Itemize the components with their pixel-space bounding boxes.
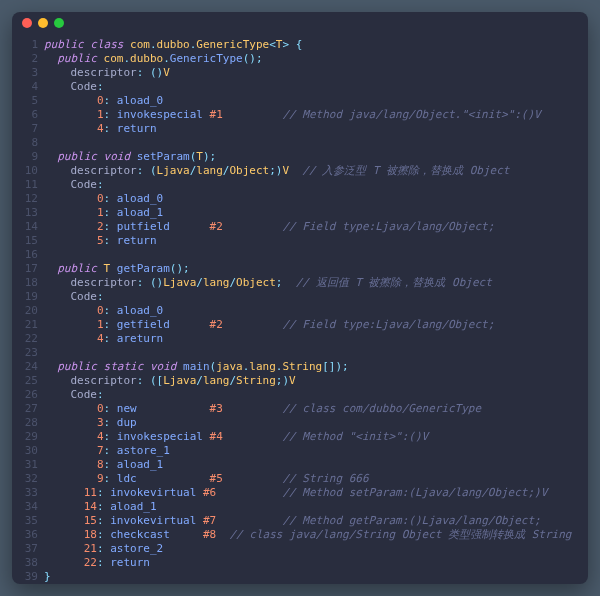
line-number: 2 xyxy=(12,52,38,66)
code-line: 4: invokespecial #4 // Method "<init>":(… xyxy=(44,430,588,444)
token: / xyxy=(229,374,236,388)
token: : ( xyxy=(137,164,157,178)
code-area[interactable]: public class com.dubbo.GenericType<T> { … xyxy=(44,38,588,584)
token: Object xyxy=(236,276,276,290)
close-icon[interactable] xyxy=(22,18,32,28)
token: descriptor xyxy=(71,164,137,178)
token: aload_0 xyxy=(117,192,163,206)
token: invokevirtual xyxy=(110,486,203,500)
token: . xyxy=(243,360,250,374)
token: 1 xyxy=(97,206,104,220)
token: : xyxy=(97,80,104,94)
line-number: 18 xyxy=(12,276,38,290)
comment: // Method getParam:()Ljava/lang/Object; xyxy=(282,514,540,528)
token: Ljava xyxy=(163,276,196,290)
titlebar xyxy=(12,12,588,34)
token: aload_1 xyxy=(110,500,156,514)
token: . xyxy=(150,38,157,52)
token: (); xyxy=(243,52,263,66)
token: : xyxy=(104,192,117,206)
token: : xyxy=(97,388,104,402)
line-number: 8 xyxy=(12,136,38,150)
token: #8 xyxy=(203,528,216,542)
token: V xyxy=(282,164,289,178)
token: 14 xyxy=(84,500,97,514)
token: lang xyxy=(196,164,223,178)
token: T xyxy=(104,262,117,276)
token: : xyxy=(104,234,117,248)
code-line: 14: aload_1 xyxy=(44,500,588,514)
token: static xyxy=(104,360,150,374)
code-line: 21: astore_2 xyxy=(44,542,588,556)
code-line: 4: return xyxy=(44,122,588,136)
code-line: 4: areturn xyxy=(44,332,588,346)
token: : xyxy=(97,556,110,570)
code-line: 7: astore_1 xyxy=(44,444,588,458)
line-number: 5 xyxy=(12,94,38,108)
code-line: Code: xyxy=(44,290,588,304)
code-line: 2: putfield #2 // Field type:Ljava/lang/… xyxy=(44,220,588,234)
token: 21 xyxy=(84,542,97,556)
token: 4 xyxy=(97,122,104,136)
code-line: 11: invokevirtual #6 // Method setParam:… xyxy=(44,486,588,500)
code-line: 22: return xyxy=(44,556,588,570)
token: ;) xyxy=(269,164,282,178)
line-number: 28 xyxy=(12,416,38,430)
token: lang xyxy=(249,360,276,374)
token: ;) xyxy=(276,374,289,388)
token: GenericType xyxy=(170,52,243,66)
token: 5 xyxy=(97,234,104,248)
line-number: 29 xyxy=(12,430,38,444)
token: public xyxy=(57,262,103,276)
token: #7 xyxy=(203,514,216,528)
token: : xyxy=(104,332,117,346)
token: : ([ xyxy=(137,374,164,388)
line-number: 17 xyxy=(12,262,38,276)
comment: // class java/lang/String Object 类型强制转换成… xyxy=(229,528,571,542)
token: . xyxy=(163,52,170,66)
token: com xyxy=(104,52,124,66)
token: Code xyxy=(71,290,98,304)
token: 0 xyxy=(97,94,104,108)
token: : xyxy=(97,500,110,514)
token: 0 xyxy=(97,304,104,318)
token: 0 xyxy=(97,402,104,416)
token: #4 xyxy=(210,430,223,444)
token: / xyxy=(229,276,236,290)
zoom-icon[interactable] xyxy=(54,18,64,28)
line-number: 22 xyxy=(12,332,38,346)
comment: // Field type:Ljava/lang/Object; xyxy=(282,318,494,332)
code-editor[interactable]: 1234567891011121314151617181920212223242… xyxy=(12,34,588,584)
token: 0 xyxy=(97,192,104,206)
code-line: Code: xyxy=(44,178,588,192)
token: 9 xyxy=(97,472,104,486)
token: : xyxy=(104,430,117,444)
token: : () xyxy=(137,66,164,80)
token: return xyxy=(117,122,157,136)
comment: // String 666 xyxy=(282,472,368,486)
line-number: 24 xyxy=(12,360,38,374)
line-number: 26 xyxy=(12,388,38,402)
token: Object xyxy=(229,164,269,178)
line-number: 36 xyxy=(12,528,38,542)
token: checkcast xyxy=(110,528,203,542)
code-line: 1: getfield #2 // Field type:Ljava/lang/… xyxy=(44,318,588,332)
code-line: 0: new #3 // class com/dubbo/GenericType xyxy=(44,402,588,416)
token: void xyxy=(150,360,183,374)
minimize-icon[interactable] xyxy=(38,18,48,28)
line-number: 12 xyxy=(12,192,38,206)
token: void xyxy=(104,150,137,164)
token: : xyxy=(104,94,117,108)
token: aload_0 xyxy=(117,94,163,108)
token: Code xyxy=(71,80,98,94)
token: #5 xyxy=(210,472,223,486)
code-line: descriptor: ()V xyxy=(44,66,588,80)
code-line: 1: aload_1 xyxy=(44,206,588,220)
line-number: 39 xyxy=(12,570,38,584)
token: #2 xyxy=(210,318,223,332)
editor-window: 1234567891011121314151617181920212223242… xyxy=(12,12,588,584)
comment: // Field type:Ljava/lang/Object; xyxy=(282,220,494,234)
line-number: 3 xyxy=(12,66,38,80)
token: : xyxy=(104,206,117,220)
token: 2 xyxy=(97,220,104,234)
